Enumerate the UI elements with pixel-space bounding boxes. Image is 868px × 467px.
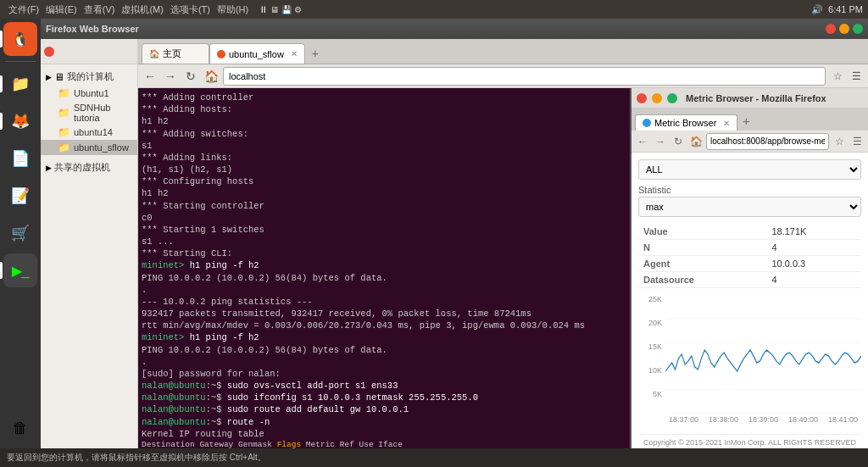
terminal-app-icon: ▶_ (12, 263, 30, 279)
menu-tabs[interactable]: 选项卡(T) (167, 3, 214, 16)
vmware-icon1[interactable]: 🖥 (270, 5, 279, 14)
menu-icon[interactable]: ☰ (848, 68, 865, 85)
stat-label-agent: Agent (638, 256, 766, 272)
metric-refresh-button[interactable]: ↻ (670, 134, 686, 149)
url-bar[interactable] (223, 67, 826, 86)
back-button[interactable]: ← (142, 68, 159, 85)
stat-label-datasource: Datasource (638, 272, 766, 288)
stat-value-agent: 10.0.0.3 (766, 256, 861, 272)
x-label-2: 18:38:00 (709, 415, 738, 424)
unity-launcher: 🐧 📁 🦊 📄 📝 🛒 ▶_ 🗑 (0, 19, 41, 448)
y-label-25k: 25K (648, 295, 662, 303)
fm-shared-vms[interactable]: ▶ 共享的虚拟机 (41, 158, 137, 176)
y-label-10k: 10K (648, 366, 662, 375)
tab-home[interactable]: 🏠 主页 (142, 43, 209, 64)
folder-icon: 📁 (58, 142, 70, 153)
metric-chart: 25K 20K 15K 10K 5K (638, 295, 861, 431)
metric-menu-button[interactable]: ☰ (849, 134, 865, 149)
metric-tab-favicon (643, 119, 651, 127)
amazon-shop-icon: 🛒 (11, 224, 30, 242)
launcher-ubuntu[interactable]: 🐧 (3, 22, 37, 56)
menu-help[interactable]: 帮助(H) (214, 3, 252, 16)
launcher-firefox[interactable]: 🦊 (3, 104, 37, 138)
metric-minimize-button[interactable] (652, 93, 662, 103)
clock: 6:41 PM (828, 4, 863, 14)
browser-icons: ☆ ☰ (829, 68, 865, 85)
stat-row-value: Value 18.171K (638, 224, 861, 240)
tab-ubuntu-sflow[interactable]: ubuntu_sflow ✕ (209, 43, 305, 64)
menu-file[interactable]: 文件(F) (5, 3, 42, 16)
metric-maximize-button[interactable] (667, 93, 677, 103)
launcher-libreoffice[interactable]: 📄 (3, 142, 37, 175)
vmware-icon3[interactable]: ⚙ (294, 5, 302, 14)
x-label-3: 18:39:00 (748, 415, 778, 424)
metric-forward-button[interactable]: → (653, 134, 668, 149)
files-folder-icon: 📁 (11, 75, 30, 93)
terminal-window[interactable]: *** Adding controller *** Adding hosts: … (138, 88, 630, 448)
terminal-line: *** Starting CLI: (142, 247, 626, 259)
metric-bookmark-button[interactable]: ☆ (832, 134, 847, 149)
terminal-line: nalan@ubuntu:~$ sudo ifconfig s1 10.0.0.… (142, 392, 626, 403)
fm-item-ubuntu1[interactable]: 📁 Ubuntu1 (41, 86, 137, 101)
menu-view[interactable]: 查看(V) (81, 3, 119, 16)
fm-item-label: ubuntu14 (74, 127, 113, 137)
metric-tab-close[interactable]: ✕ (723, 119, 730, 128)
terminal-line: *** Adding links: (142, 152, 626, 164)
fm-close-button[interactable] (44, 47, 54, 57)
pause-icon[interactable]: ⏸ (259, 4, 268, 14)
metric-close-button[interactable] (637, 93, 647, 103)
launcher-writer[interactable]: 📝 (3, 179, 37, 213)
terminal-line: mininet> h1 ping -f h2 (142, 259, 626, 271)
bookmark-icon[interactable]: ☆ (829, 68, 846, 85)
new-tab-button[interactable]: + (305, 43, 326, 64)
terminal-line: (h1, s1) (h2, s1) (142, 164, 626, 175)
statusbar: 要返回到您的计算机，请将鼠标指针移至虚拟机中移除后按 Ctrl+Alt。 (0, 448, 868, 467)
tab-home-label: 主页 (163, 47, 181, 60)
terminal-line: s1 ... (142, 236, 626, 247)
menu-vm[interactable]: 虚拟机(M) (118, 3, 167, 16)
terminal-line: Destination Gateway Genmask Flags Metric… (142, 440, 626, 448)
fm-item-sdnhub[interactable]: 📁 SDNHub tutoria (41, 101, 137, 125)
metric-filter-select[interactable]: ALL (638, 159, 861, 180)
browser-tabbar: 🏠 主页 ubuntu_sflow ✕ + (138, 39, 868, 64)
refresh-button[interactable]: ↻ (182, 68, 199, 85)
wm-minimize-btn[interactable] (839, 24, 849, 34)
fm-item-ubuntu14[interactable]: 📁 ubuntu14 (41, 125, 137, 140)
metric-tab-label: Metric Browser (654, 118, 716, 128)
metric-statistic-select[interactable]: max (638, 197, 861, 217)
vmware-icon2[interactable]: 💾 (281, 5, 292, 14)
fm-item-ubuntu-sflow[interactable]: 📁 ubuntu_sflow (41, 140, 137, 155)
fm-toolbar (41, 39, 137, 64)
tab-close-button[interactable]: ✕ (291, 49, 298, 58)
shared-vm-label: 共享的虚拟机 (54, 161, 110, 174)
metric-tab-browser[interactable]: Metric Browser ✕ (635, 114, 737, 131)
launcher-terminal[interactable]: ▶_ (3, 253, 37, 287)
metric-new-tab-button[interactable]: + (737, 112, 754, 131)
content-area: *** Adding controller *** Adding hosts: … (138, 88, 868, 448)
stat-value-datasource: 4 (766, 272, 861, 288)
tab-ubuntu-sflow-label: ubuntu_sflow (229, 49, 284, 59)
menu-edit[interactable]: 编辑(E) (42, 3, 81, 16)
metric-statistic-field: Statistic max (638, 185, 861, 217)
metric-copyright: Copyright © 2015-2021 InMon Corp. ALL RI… (638, 434, 861, 448)
launcher-amazon[interactable]: 🛒 (3, 216, 37, 250)
terminal-line: *** Adding switches: (142, 128, 626, 140)
terminal-line: h1 h2 (142, 187, 626, 199)
x-label-5: 18:41:00 (828, 415, 858, 424)
metric-home-button[interactable]: 🏠 (688, 134, 704, 149)
home-button[interactable]: 🏠 (203, 68, 220, 85)
launcher-files[interactable]: 📁 (3, 67, 37, 101)
chart-plot-area (665, 295, 861, 414)
launcher-trash[interactable]: 🗑 (3, 411, 37, 445)
stat-label-n: N (638, 240, 766, 256)
y-label-5k: 5K (653, 390, 662, 398)
fm-my-computer[interactable]: ▶ 🖥 我的计算机 (41, 68, 137, 86)
computer-icon: 🖥 (54, 71, 64, 83)
x-label-4: 18:40:00 (788, 415, 818, 424)
metric-url-bar[interactable] (706, 133, 829, 150)
metric-back-button[interactable]: ← (635, 134, 650, 149)
forward-button[interactable]: → (162, 68, 179, 85)
terminal-line: c0 (142, 212, 626, 224)
wm-close-btn[interactable] (826, 24, 836, 34)
wm-maximize-btn[interactable] (853, 24, 863, 34)
